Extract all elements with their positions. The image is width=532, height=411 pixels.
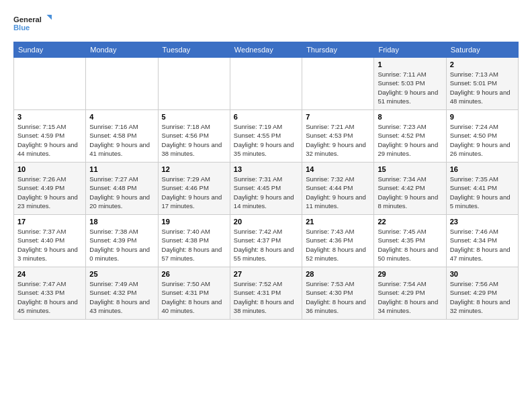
page-header: General Blue bbox=[13, 11, 519, 35]
day-header-sunday: Sunday bbox=[14, 42, 86, 58]
day-number: 6 bbox=[234, 113, 298, 121]
day-info: Sunrise: 7:32 AM Sunset: 4:44 PM Dayligh… bbox=[306, 175, 370, 210]
day-info: Sunrise: 7:47 AM Sunset: 4:33 PM Dayligh… bbox=[17, 279, 82, 315]
calendar-cell: 22Sunrise: 7:45 AM Sunset: 4:35 PM Dayli… bbox=[374, 215, 446, 267]
calendar-cell bbox=[158, 58, 230, 110]
calendar-header-row: SundayMondayTuesdayWednesdayThursdayFrid… bbox=[14, 42, 519, 58]
calendar-cell: 7Sunrise: 7:21 AM Sunset: 4:53 PM Daylig… bbox=[302, 110, 374, 163]
day-number: 3 bbox=[17, 113, 82, 121]
calendar-cell: 25Sunrise: 7:49 AM Sunset: 4:32 PM Dayli… bbox=[86, 267, 158, 320]
day-header-saturday: Saturday bbox=[446, 42, 518, 58]
calendar-week-1: 1Sunrise: 7:11 AM Sunset: 5:03 PM Daylig… bbox=[14, 58, 519, 110]
calendar-cell: 3Sunrise: 7:15 AM Sunset: 4:59 PM Daylig… bbox=[14, 110, 86, 163]
calendar-body: 1Sunrise: 7:11 AM Sunset: 5:03 PM Daylig… bbox=[14, 58, 519, 320]
day-number: 15 bbox=[378, 165, 442, 173]
calendar-cell: 20Sunrise: 7:42 AM Sunset: 4:37 PM Dayli… bbox=[230, 215, 302, 267]
calendar-week-3: 10Sunrise: 7:26 AM Sunset: 4:49 PM Dayli… bbox=[14, 163, 519, 215]
calendar-week-4: 17Sunrise: 7:37 AM Sunset: 4:40 PM Dayli… bbox=[14, 215, 519, 267]
day-info: Sunrise: 7:45 AM Sunset: 4:35 PM Dayligh… bbox=[378, 227, 442, 263]
calendar-cell: 28Sunrise: 7:53 AM Sunset: 4:30 PM Dayli… bbox=[302, 267, 374, 320]
calendar-cell: 26Sunrise: 7:50 AM Sunset: 4:31 PM Dayli… bbox=[158, 267, 230, 320]
day-info: Sunrise: 7:31 AM Sunset: 4:45 PM Dayligh… bbox=[234, 175, 298, 210]
day-number: 23 bbox=[450, 218, 515, 226]
calendar-cell: 2Sunrise: 7:13 AM Sunset: 5:01 PM Daylig… bbox=[446, 58, 518, 110]
day-number: 9 bbox=[450, 113, 515, 121]
day-header-friday: Friday bbox=[374, 42, 446, 58]
day-number: 5 bbox=[162, 113, 226, 121]
day-number: 2 bbox=[450, 60, 515, 68]
day-info: Sunrise: 7:37 AM Sunset: 4:40 PM Dayligh… bbox=[17, 227, 82, 263]
day-header-tuesday: Tuesday bbox=[158, 42, 230, 58]
day-number: 24 bbox=[17, 270, 82, 278]
day-info: Sunrise: 7:11 AM Sunset: 5:03 PM Dayligh… bbox=[378, 70, 442, 105]
calendar-cell: 4Sunrise: 7:16 AM Sunset: 4:58 PM Daylig… bbox=[86, 110, 158, 163]
logo: General Blue bbox=[13, 11, 54, 35]
day-number: 26 bbox=[162, 270, 226, 278]
day-number: 17 bbox=[17, 218, 82, 226]
calendar-cell bbox=[86, 58, 158, 110]
calendar-cell: 13Sunrise: 7:31 AM Sunset: 4:45 PM Dayli… bbox=[230, 163, 302, 215]
calendar-cell bbox=[230, 58, 302, 110]
day-number: 12 bbox=[162, 165, 226, 173]
day-number: 8 bbox=[378, 113, 442, 121]
day-info: Sunrise: 7:38 AM Sunset: 4:39 PM Dayligh… bbox=[89, 227, 154, 263]
day-info: Sunrise: 7:13 AM Sunset: 5:01 PM Dayligh… bbox=[450, 70, 515, 105]
logo-svg: General Blue bbox=[13, 11, 54, 35]
day-info: Sunrise: 7:50 AM Sunset: 4:31 PM Dayligh… bbox=[162, 279, 226, 315]
day-number: 30 bbox=[450, 270, 515, 278]
day-number: 25 bbox=[89, 270, 154, 278]
calendar-cell: 19Sunrise: 7:40 AM Sunset: 4:38 PM Dayli… bbox=[158, 215, 230, 267]
day-info: Sunrise: 7:21 AM Sunset: 4:53 PM Dayligh… bbox=[306, 122, 370, 158]
day-info: Sunrise: 7:43 AM Sunset: 4:36 PM Dayligh… bbox=[306, 227, 370, 263]
calendar-week-5: 24Sunrise: 7:47 AM Sunset: 4:33 PM Dayli… bbox=[14, 267, 519, 320]
svg-text:Blue: Blue bbox=[13, 24, 30, 32]
day-number: 16 bbox=[450, 165, 515, 173]
day-number: 4 bbox=[89, 113, 154, 121]
day-info: Sunrise: 7:26 AM Sunset: 4:49 PM Dayligh… bbox=[17, 175, 82, 210]
calendar-cell: 8Sunrise: 7:23 AM Sunset: 4:52 PM Daylig… bbox=[374, 110, 446, 163]
day-number: 21 bbox=[306, 218, 370, 226]
calendar-cell: 1Sunrise: 7:11 AM Sunset: 5:03 PM Daylig… bbox=[374, 58, 446, 110]
svg-marker-2 bbox=[47, 15, 52, 20]
calendar-cell: 6Sunrise: 7:19 AM Sunset: 4:55 PM Daylig… bbox=[230, 110, 302, 163]
day-info: Sunrise: 7:52 AM Sunset: 4:31 PM Dayligh… bbox=[234, 279, 298, 315]
day-info: Sunrise: 7:15 AM Sunset: 4:59 PM Dayligh… bbox=[17, 122, 82, 158]
day-number: 27 bbox=[234, 270, 298, 278]
calendar-cell: 14Sunrise: 7:32 AM Sunset: 4:44 PM Dayli… bbox=[302, 163, 374, 215]
day-info: Sunrise: 7:46 AM Sunset: 4:34 PM Dayligh… bbox=[450, 227, 515, 263]
day-header-thursday: Thursday bbox=[302, 42, 374, 58]
calendar-week-2: 3Sunrise: 7:15 AM Sunset: 4:59 PM Daylig… bbox=[14, 110, 519, 163]
day-info: Sunrise: 7:19 AM Sunset: 4:55 PM Dayligh… bbox=[234, 122, 298, 158]
day-number: 29 bbox=[378, 270, 442, 278]
day-number: 13 bbox=[234, 165, 298, 173]
day-info: Sunrise: 7:56 AM Sunset: 4:29 PM Dayligh… bbox=[450, 279, 515, 315]
calendar-cell: 29Sunrise: 7:54 AM Sunset: 4:29 PM Dayli… bbox=[374, 267, 446, 320]
svg-text:General: General bbox=[13, 15, 42, 24]
calendar-cell: 16Sunrise: 7:35 AM Sunset: 4:41 PM Dayli… bbox=[446, 163, 518, 215]
calendar-cell: 18Sunrise: 7:38 AM Sunset: 4:39 PM Dayli… bbox=[86, 215, 158, 267]
calendar-table: SundayMondayTuesdayWednesdayThursdayFrid… bbox=[13, 42, 519, 320]
day-info: Sunrise: 7:53 AM Sunset: 4:30 PM Dayligh… bbox=[306, 279, 370, 315]
calendar-cell: 5Sunrise: 7:18 AM Sunset: 4:56 PM Daylig… bbox=[158, 110, 230, 163]
calendar-cell: 17Sunrise: 7:37 AM Sunset: 4:40 PM Dayli… bbox=[14, 215, 86, 267]
day-info: Sunrise: 7:49 AM Sunset: 4:32 PM Dayligh… bbox=[89, 279, 154, 315]
day-info: Sunrise: 7:42 AM Sunset: 4:37 PM Dayligh… bbox=[234, 227, 298, 263]
day-number: 18 bbox=[89, 218, 154, 226]
day-number: 22 bbox=[378, 218, 442, 226]
calendar-cell: 10Sunrise: 7:26 AM Sunset: 4:49 PM Dayli… bbox=[14, 163, 86, 215]
day-info: Sunrise: 7:27 AM Sunset: 4:48 PM Dayligh… bbox=[89, 175, 154, 210]
day-info: Sunrise: 7:16 AM Sunset: 4:58 PM Dayligh… bbox=[89, 122, 154, 158]
calendar-cell: 30Sunrise: 7:56 AM Sunset: 4:29 PM Dayli… bbox=[446, 267, 518, 320]
calendar-cell bbox=[14, 58, 86, 110]
calendar-cell: 11Sunrise: 7:27 AM Sunset: 4:48 PM Dayli… bbox=[86, 163, 158, 215]
day-info: Sunrise: 7:18 AM Sunset: 4:56 PM Dayligh… bbox=[162, 122, 226, 158]
calendar-cell: 24Sunrise: 7:47 AM Sunset: 4:33 PM Dayli… bbox=[14, 267, 86, 320]
day-info: Sunrise: 7:23 AM Sunset: 4:52 PM Dayligh… bbox=[378, 122, 442, 158]
calendar-cell: 23Sunrise: 7:46 AM Sunset: 4:34 PM Dayli… bbox=[446, 215, 518, 267]
day-info: Sunrise: 7:35 AM Sunset: 4:41 PM Dayligh… bbox=[450, 175, 515, 210]
day-info: Sunrise: 7:29 AM Sunset: 4:46 PM Dayligh… bbox=[162, 175, 226, 210]
day-number: 28 bbox=[306, 270, 370, 278]
day-number: 14 bbox=[306, 165, 370, 173]
day-info: Sunrise: 7:54 AM Sunset: 4:29 PM Dayligh… bbox=[378, 279, 442, 315]
calendar-cell: 21Sunrise: 7:43 AM Sunset: 4:36 PM Dayli… bbox=[302, 215, 374, 267]
